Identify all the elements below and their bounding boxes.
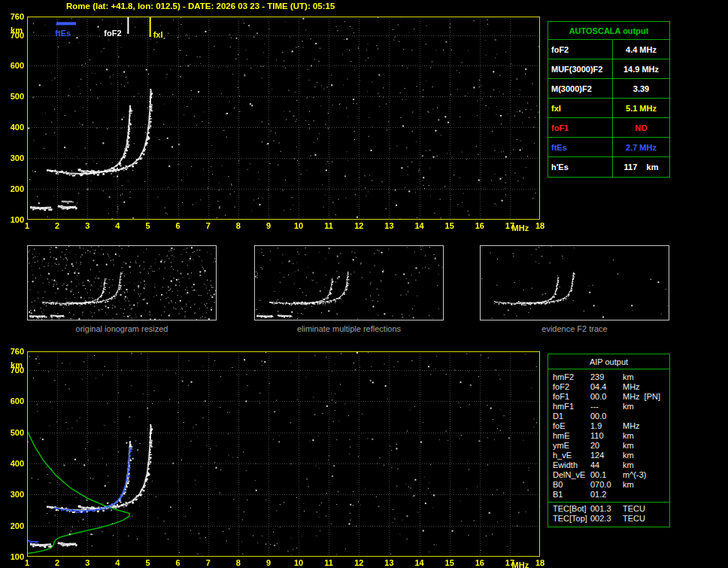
autoscala-output-title: AUTOSCALA output xyxy=(548,22,669,40)
autoscala-row-value: 117 km xyxy=(613,157,669,177)
thumbnail-caption-evidence: evidence F2 trace xyxy=(479,324,670,333)
aip-row-unit: MHz xyxy=(623,392,640,402)
aip-row-value: --- xyxy=(590,402,623,412)
thumbnail-original-ionogram xyxy=(27,245,217,320)
autoscala-row: foF2 4.4 MHz xyxy=(548,40,669,59)
aip-row-unit: TECU xyxy=(623,504,645,514)
aip-row-label: foF1 xyxy=(548,392,590,402)
aip-row-unit: TECU xyxy=(623,514,645,524)
aip-row-unit: km xyxy=(623,451,634,460)
autoscala-row-value: 14.9 MHz xyxy=(613,59,669,78)
aip-row: h_vE124km xyxy=(548,451,669,460)
top-ionogram-plot xyxy=(0,0,557,237)
autoscala-row-value: NO xyxy=(613,118,669,137)
autoscala-row-value: 2.7 MHz xyxy=(613,138,669,156)
aip-row-label: h_vE xyxy=(548,451,590,460)
thumbnail-evidence-f2-trace xyxy=(480,245,669,320)
autoscala-row-label: foF1 xyxy=(548,118,613,137)
aip-row-extra: [PN] xyxy=(645,392,660,402)
autoscala-row-label: ftEs xyxy=(548,138,613,156)
aip-row: hmE110km xyxy=(548,431,669,441)
aip-row-value: 00.1 xyxy=(590,470,623,480)
autoscala-row: ftEs 2.7 MHz xyxy=(548,138,669,157)
aip-row: DelN_vE00.1m^(-3) xyxy=(548,470,669,480)
aip-row-value: 04.4 xyxy=(590,382,623,392)
aip-row-unit: km xyxy=(623,402,634,412)
thumbnail-eliminate-reflections xyxy=(254,245,444,320)
aip-row-value: 44 xyxy=(590,460,623,470)
aip-row: B0070.0km xyxy=(548,480,669,490)
autoscala-row-label: h'Es xyxy=(548,157,613,177)
autoscala-row: foF1 NO xyxy=(548,118,669,138)
thumbnail-caption-original: original ionogram resized xyxy=(26,324,217,333)
autoscala-row: h'Es 117 km xyxy=(548,157,669,177)
aip-output-table: AIP output hmF2239km foF204.4MHz foF100.… xyxy=(548,354,670,527)
aip-row-unit: km xyxy=(623,460,634,470)
aip-row-value: 20 xyxy=(590,441,623,451)
aip-row-unit: MHz xyxy=(623,421,640,431)
autoscala-row-label: foF2 xyxy=(548,40,613,59)
aip-row: B101.2 xyxy=(548,490,669,500)
bottom-ionogram-plot xyxy=(0,340,557,568)
aip-row: ymE20km xyxy=(548,441,669,451)
autoscala-row: MUF(3000)F2 14.9 MHz xyxy=(548,59,669,79)
aip-row-value: 070.0 xyxy=(590,480,623,490)
autoscala-screen: { "header": { "title": "Rome (lat: +41.8… xyxy=(0,0,728,568)
aip-row-value: 1.9 xyxy=(590,421,623,431)
aip-row-label: DelN_vE xyxy=(548,470,590,480)
aip-row-unit: km xyxy=(623,480,634,490)
aip-row-label: foE xyxy=(548,421,590,431)
autoscala-row-value: 3.39 xyxy=(613,79,669,98)
aip-row-value: 01.2 xyxy=(590,490,623,500)
autoscala-row-value: 4.4 MHz xyxy=(613,40,669,59)
aip-row: foE1.9MHz xyxy=(548,421,669,431)
aip-row-label: hmF1 xyxy=(548,402,590,412)
aip-row: hmF1---km xyxy=(548,402,669,412)
aip-row-value: 239 xyxy=(590,372,623,382)
aip-row-label: foF2 xyxy=(548,382,590,392)
aip-row-unit: m^(-3) xyxy=(623,470,646,480)
aip-output-rows: hmF2239km foF204.4MHz foF100.0MHz[PN] hm… xyxy=(548,369,669,527)
aip-row: TEC[Top]002.3TECU xyxy=(548,514,669,524)
aip-row: TEC[Bot]001.3TECU xyxy=(548,502,669,514)
aip-row-label: TEC[Bot] xyxy=(548,504,590,514)
aip-row: D100.0 xyxy=(548,412,669,421)
aip-row-value: 002.3 xyxy=(590,514,623,524)
aip-row-value: 001.3 xyxy=(590,504,623,514)
aip-row: foF204.4MHz xyxy=(548,382,669,392)
aip-row-label: Ewidth xyxy=(548,460,590,470)
aip-row-label: D1 xyxy=(548,412,590,421)
autoscala-row: M(3000)F2 3.39 xyxy=(548,79,669,99)
aip-row-unit: MHz xyxy=(623,382,640,392)
aip-row-unit: km xyxy=(623,441,634,451)
aip-row-unit: km xyxy=(623,372,634,382)
autoscala-row-label: MUF(3000)F2 xyxy=(548,59,613,78)
autoscala-row: fxI 5.1 MHz xyxy=(548,99,669,118)
autoscala-row-label: M(3000)F2 xyxy=(548,79,613,98)
aip-row-value: 00.0 xyxy=(590,392,623,402)
aip-row-label: hmE xyxy=(548,431,590,441)
autoscala-row-label: fxI xyxy=(548,99,613,117)
aip-row-label: B1 xyxy=(548,490,590,500)
aip-row-value: 110 xyxy=(590,431,623,441)
aip-row-label: B0 xyxy=(548,480,590,490)
thumbnail-caption-eliminate: eliminate multiple reflections xyxy=(253,324,444,333)
aip-row-label: ymE xyxy=(548,441,590,451)
aip-row: foF100.0MHz[PN] xyxy=(548,392,669,402)
autoscala-output-table: AUTOSCALA output foF2 4.4 MHz MUF(3000)F… xyxy=(548,21,670,178)
autoscala-row-value: 5.1 MHz xyxy=(613,99,669,117)
aip-row: hmF2239km xyxy=(548,372,669,382)
station-title: Rome (lat: +41.8, lon: 012.5) - DATE: 20… xyxy=(66,2,335,11)
aip-row-value: 124 xyxy=(590,451,623,460)
aip-row-label: hmF2 xyxy=(548,372,590,382)
aip-row-value: 00.0 xyxy=(590,412,623,421)
aip-row: Ewidth44km xyxy=(548,460,669,470)
aip-row-unit: km xyxy=(623,431,634,441)
aip-row-label: TEC[Top] xyxy=(548,514,590,524)
aip-output-title: AIP output xyxy=(548,354,669,369)
